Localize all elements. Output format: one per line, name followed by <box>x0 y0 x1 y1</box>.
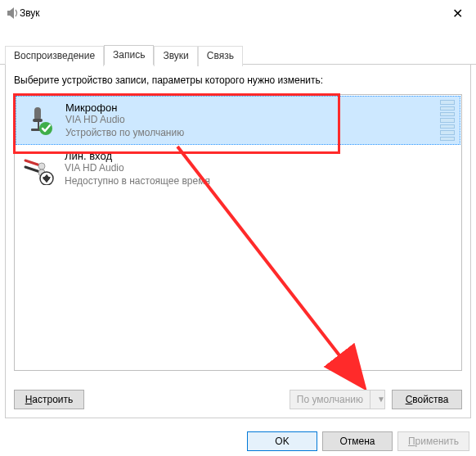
tab-bottom-row: Настроить По умолчанию ▼ Свойства <box>14 390 462 409</box>
device-driver: VIA HD Audio <box>65 114 184 127</box>
window-title: Звук <box>20 7 40 19</box>
level-meter <box>440 100 455 141</box>
device-name: Микрофон <box>65 102 184 114</box>
instruction-label: Выберите устройство записи, параметры ко… <box>14 74 462 86</box>
cancel-button[interactable]: Отмена <box>322 431 393 451</box>
titlebar: Звук ✕ <box>0 0 476 26</box>
dialog-buttons: OK Отмена Применить <box>247 431 469 451</box>
properties-button[interactable]: Свойства <box>392 390 462 409</box>
device-text: Микрофон VIA HD Audio Устройство по умол… <box>65 102 184 139</box>
sound-icon <box>7 7 20 20</box>
tab-playback[interactable]: Воспроизведение <box>5 46 104 66</box>
svg-rect-2 <box>34 107 41 120</box>
tab-sounds[interactable]: Звуки <box>154 46 197 66</box>
apply-button: Применить <box>397 431 469 451</box>
svg-marker-1 <box>10 7 14 19</box>
device-name: Лин. вход <box>65 150 210 162</box>
tab-communications[interactable]: Связь <box>198 46 243 66</box>
svg-point-9 <box>38 163 45 169</box>
svg-rect-4 <box>38 122 39 129</box>
configure-button[interactable]: Настроить <box>14 390 84 409</box>
tab-content: Выберите устройство записи, параметры ко… <box>5 65 471 418</box>
device-list[interactable]: Микрофон VIA HD Audio Устройство по умол… <box>14 94 462 371</box>
linein-icon <box>20 151 56 187</box>
svg-rect-0 <box>7 11 10 16</box>
svg-line-8 <box>25 167 40 172</box>
close-button[interactable]: ✕ <box>438 0 476 26</box>
device-item-linein[interactable]: Лин. вход VIA HD Audio Недоступно в наст… <box>16 145 460 192</box>
microphone-icon <box>21 102 57 138</box>
svg-line-7 <box>25 160 40 165</box>
device-driver: VIA HD Audio <box>65 162 210 175</box>
device-status: Устройство по умолчанию <box>65 127 184 140</box>
svg-rect-3 <box>33 119 43 122</box>
set-default-label: По умолчанию <box>290 394 370 405</box>
tab-strip: Воспроизведение Запись Звуки Связь <box>0 44 476 65</box>
device-text: Лин. вход VIA HD Audio Недоступно в наст… <box>65 150 210 187</box>
device-status: Недоступно в настоящее время <box>65 175 210 188</box>
tab-recording[interactable]: Запись <box>104 45 154 65</box>
chevron-down-icon: ▼ <box>370 391 384 409</box>
device-item-microphone[interactable]: Микрофон VIA HD Audio Устройство по умол… <box>16 96 460 145</box>
set-default-dropdown: По умолчанию ▼ <box>290 390 385 409</box>
ok-button[interactable]: OK <box>247 431 317 451</box>
